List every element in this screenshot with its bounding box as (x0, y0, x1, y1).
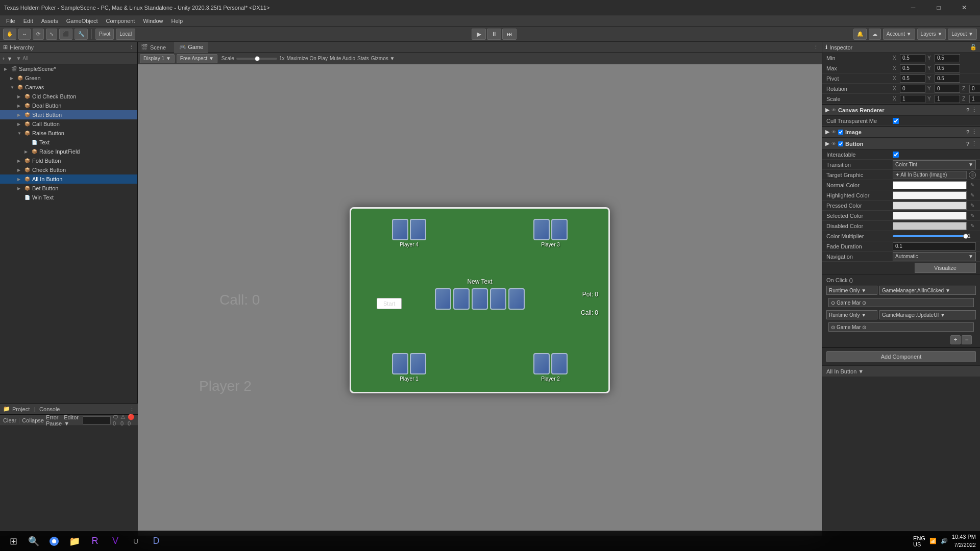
button-enable-checkbox[interactable] (838, 141, 843, 146)
aspect-dropdown[interactable]: Free Aspect ▼ (177, 54, 217, 63)
cull-transparent-checkbox[interactable] (893, 118, 899, 124)
visualize-button[interactable]: Visualize (915, 263, 976, 273)
scale-x[interactable] (900, 95, 925, 103)
collapse-button[interactable]: Collapse (22, 417, 44, 423)
hierarchy-item-all-in-button[interactable]: ▶ 📦 All In Button (0, 174, 137, 184)
hierarchy-item-samplescene[interactable]: ▶ 🎬 SampleScene* (0, 64, 137, 73)
maximize-on-play[interactable]: Maximize On Play (286, 56, 328, 61)
hierarchy-item-win-text[interactable]: 📄 Win Text (0, 193, 137, 202)
target-graphic-field[interactable]: ✦ All In Button (Image) (893, 171, 967, 179)
onclick-object-1[interactable]: ⊙ Game Mar ⊙ (828, 298, 974, 307)
menu-gameobject[interactable]: GameObject (62, 17, 102, 25)
rotation-z[interactable] (969, 85, 980, 93)
menu-file[interactable]: File (2, 17, 19, 25)
editor-dropdown[interactable]: Editor ▼ (64, 414, 79, 427)
highlighted-color-picker[interactable]: ✎ (969, 192, 976, 199)
disabled-color-picker[interactable]: ✎ (969, 222, 976, 230)
min-y[interactable] (935, 54, 960, 62)
target-graphic-picker[interactable]: ◎ (969, 171, 976, 179)
button-header[interactable]: ▶ 👁 Button ? ⋮ (822, 138, 980, 149)
onclick-object-2[interactable]: ⊙ Game Mar ⊙ (828, 322, 974, 332)
pivot-button[interactable]: Pivot (95, 29, 114, 40)
canvas-renderer-more[interactable]: ⋮ (971, 107, 977, 113)
highlighted-color-swatch[interactable] (893, 191, 967, 199)
menu-assets[interactable]: Assets (37, 17, 62, 25)
play-button[interactable]: ▶ (472, 29, 486, 40)
tool-hand[interactable]: ✋ (3, 29, 16, 40)
console-search[interactable] (83, 416, 111, 424)
scale-z[interactable] (969, 95, 980, 103)
scene-panel-menu[interactable]: ⋮ (813, 44, 819, 51)
layout-dropdown[interactable]: Layout ▼ (948, 29, 977, 40)
onclick-runtime-2[interactable]: Runtime Only ▼ (826, 310, 877, 319)
image-help[interactable]: ? (966, 129, 969, 135)
rotation-x[interactable] (900, 85, 925, 93)
add-onclick-btn[interactable]: + (950, 335, 961, 344)
selected-color-swatch[interactable] (893, 212, 967, 220)
taskbar-discord-btn[interactable]: D (147, 532, 165, 550)
interactable-checkbox[interactable] (893, 152, 899, 158)
scale-slider[interactable] (236, 58, 277, 60)
onclick-runtime-1[interactable]: Runtime Only ▼ (826, 286, 877, 295)
taskbar-unity-btn[interactable]: U (127, 532, 145, 550)
tool-transform[interactable]: 🔧 (75, 29, 88, 40)
add-hierarchy-btn[interactable]: + ▼ (2, 56, 12, 62)
button-help[interactable]: ? (966, 141, 969, 147)
account-dropdown[interactable]: Account ▼ (883, 29, 915, 40)
all-in-footer-label[interactable]: All In Button ▼ (826, 368, 864, 374)
project-tab[interactable]: Project (12, 406, 30, 412)
add-component-button[interactable]: Add Component (826, 351, 976, 362)
hierarchy-item-start-button[interactable]: ▶ 📦 Start Button (0, 110, 137, 119)
tool-rotate[interactable]: ⟳ (33, 29, 44, 40)
pause-button[interactable]: ⏸ (487, 29, 501, 40)
remove-onclick-btn[interactable]: − (962, 335, 972, 344)
hierarchy-item-text[interactable]: 📄 Text (0, 138, 137, 147)
step-button[interactable]: ⏭ (502, 29, 517, 40)
hierarchy-menu[interactable]: ⋮ (129, 44, 134, 51)
pivot-x[interactable] (900, 74, 925, 83)
taskbar-files-btn[interactable]: 📁 (65, 532, 84, 550)
selected-color-picker[interactable]: ✎ (969, 212, 976, 219)
pressed-color-picker[interactable]: ✎ (969, 202, 976, 209)
menu-edit[interactable]: Edit (19, 17, 37, 25)
taskbar-search-btn[interactable]: 🔍 (24, 532, 43, 550)
normal-color-picker[interactable]: ✎ (969, 182, 976, 189)
canvas-renderer-header[interactable]: ▶ 👁 Canvas Renderer ? ⋮ (822, 105, 980, 116)
taskbar-chrome-btn[interactable] (45, 532, 63, 550)
pivot-y[interactable] (935, 74, 960, 83)
rotation-y[interactable] (935, 85, 960, 93)
tool-scale[interactable]: ⤡ (46, 29, 57, 40)
start-button-game[interactable]: Start (377, 298, 402, 309)
error-pause-button[interactable]: Error Pause (46, 414, 62, 427)
button-more[interactable]: ⋮ (971, 140, 977, 147)
minimize-button[interactable]: ─ (901, 0, 925, 15)
hierarchy-item-call-button[interactable]: ▶ 📦 Call Button (0, 119, 137, 129)
onclick-function-1[interactable]: GameManager.AllInClicked ▼ (879, 286, 976, 295)
max-x[interactable] (900, 64, 925, 72)
maximize-button[interactable]: □ (927, 0, 950, 15)
collab-icon[interactable]: 🔔 (853, 29, 867, 40)
cloud-button[interactable]: ☁ (869, 29, 881, 40)
hierarchy-item-check-button[interactable]: ▶ 📦 Check Button (0, 165, 137, 174)
hierarchy-item-canvas[interactable]: ▼ 📦 Canvas (0, 83, 137, 92)
min-x[interactable] (900, 54, 925, 62)
hierarchy-item-raise-button[interactable]: ▼ 📦 Raise Button (0, 129, 137, 138)
menu-window[interactable]: Window (139, 17, 167, 25)
max-y[interactable] (935, 64, 960, 72)
mute-audio[interactable]: Mute Audio (330, 56, 355, 61)
clear-button[interactable]: Clear (3, 417, 16, 423)
fade-duration-field[interactable] (893, 242, 976, 251)
navigation-dropdown[interactable]: Automatic ▼ (893, 252, 976, 261)
taskbar-vs-btn[interactable]: V (106, 532, 125, 550)
display-dropdown[interactable]: Display 1 ▼ (140, 54, 175, 63)
inspector-lock-btn[interactable]: 🔓 (970, 44, 977, 51)
hierarchy-item-bet-button[interactable]: ▶ 📦 Bet Button (0, 184, 137, 193)
image-more[interactable]: ⋮ (971, 129, 977, 135)
hierarchy-item-old-check-button[interactable]: ▶ 📦 Old Check Button (0, 92, 137, 101)
scene-tab[interactable]: Scene (150, 44, 166, 51)
menu-help[interactable]: Help (167, 17, 187, 25)
hierarchy-item-deal-button[interactable]: ▶ 📦 Deal Button (0, 101, 137, 110)
canvas-renderer-help[interactable]: ? (966, 107, 969, 113)
image-header[interactable]: ▶ 👁 Image ? ⋮ (822, 127, 980, 138)
onclick-function-2[interactable]: GameManager.UpdateUI ▼ (879, 310, 976, 319)
